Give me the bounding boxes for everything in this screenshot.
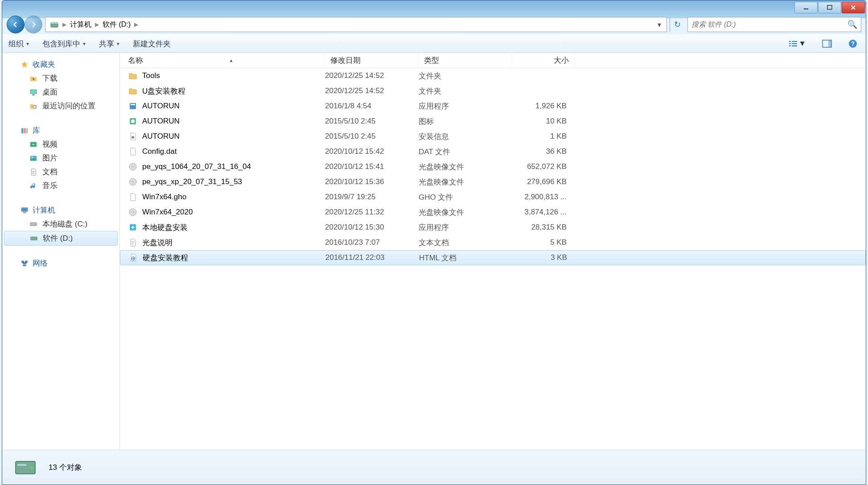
file-size: 10 KB [512, 117, 575, 126]
svg-rect-49 [17, 464, 26, 466]
sidebar-item-documents[interactable]: 文档 [2, 165, 119, 179]
desktop-icon [29, 88, 38, 97]
explorer-window: ▶ 计算机 ▶ 软件 (D:) ▶ ▾ ↻ 🔍 组织▼ 包含到库中▼ 共享▼ 新… [2, 0, 866, 485]
refresh-button[interactable]: ↻ [670, 17, 685, 32]
file-type: 光盘映像文件 [419, 177, 512, 187]
svg-rect-19 [24, 128, 26, 133]
sidebar-network-header[interactable]: 网络 [2, 256, 119, 270]
file-size: 5 KB [512, 238, 575, 247]
back-button[interactable] [7, 16, 25, 33]
file-row[interactable]: U盘安装教程2020/12/25 14:52文件夹 [120, 83, 866, 99]
svg-point-44 [132, 211, 134, 213]
file-name: Config.dat [142, 147, 177, 156]
breadcrumb-drive[interactable]: 软件 (D:) [100, 18, 133, 31]
search-icon[interactable]: 🔍 [847, 20, 857, 29]
file-type: HTML 文档 [419, 253, 513, 263]
file-type: 图标 [419, 116, 512, 127]
file-row[interactable]: Win7x64_20202020/12/25 11:32光盘映像文件3,874,… [120, 205, 866, 220]
column-header-size[interactable]: 大小 [512, 53, 575, 68]
file-row[interactable]: AUTORUN2015/5/10 2:45安装信息1 KB [120, 129, 866, 144]
svg-point-37 [131, 119, 135, 123]
file-row[interactable]: AUTORUN2016/1/8 4:54应用程序1,926 KB [120, 99, 866, 114]
svg-rect-15 [31, 90, 37, 93]
svg-point-30 [36, 238, 37, 239]
sidebar-item-recent[interactable]: 最近访问的位置 [2, 99, 119, 113]
status-bar: 13 个对象 [2, 450, 866, 485]
close-button[interactable] [842, 2, 865, 13]
titlebar[interactable] [2, 0, 866, 15]
sidebar-label: 最近访问的位置 [42, 101, 95, 111]
toolbar-share[interactable]: 共享▼ [99, 39, 120, 49]
breadcrumb-separator-icon: ▶ [94, 21, 100, 28]
file-row[interactable]: Tools2020/12/25 14:52文件夹 [120, 68, 866, 83]
toolbar-help-button[interactable]: ? [846, 37, 860, 50]
sidebar-item-local-c[interactable]: 本地磁盘 (C:) [2, 217, 119, 231]
file-row[interactable]: pe_yqs_xp_20_07_31_15_532020/10/12 15:36… [120, 174, 866, 189]
sidebar-label: 音乐 [42, 181, 58, 191]
pictures-icon [29, 154, 38, 163]
sidebar-favorites-header[interactable]: 收藏夹 [2, 58, 119, 71]
file-type: 安装信息 [419, 132, 512, 142]
status-text: 13 个对象 [49, 462, 82, 473]
sidebar-computer-header[interactable]: 计算机 [2, 203, 119, 217]
svg-rect-25 [22, 208, 28, 211]
minimize-button[interactable] [794, 2, 818, 13]
file-icon [128, 207, 138, 217]
svg-rect-33 [23, 264, 26, 266]
breadcrumb-separator-icon: ▶ [62, 21, 67, 28]
toolbar-preview-pane-button[interactable] [820, 37, 834, 50]
search-input[interactable] [691, 21, 847, 29]
file-date: 2016/1/8 4:54 [325, 102, 419, 111]
breadcrumb-computer[interactable]: 计算机 [67, 18, 94, 31]
sidebar-item-downloads[interactable]: 下载 [2, 71, 119, 85]
file-icon [128, 101, 138, 111]
file-icon [128, 177, 138, 187]
sidebar-item-videos[interactable]: 视频 [2, 137, 119, 151]
forward-button[interactable] [25, 16, 42, 33]
address-bar[interactable]: ▶ 计算机 ▶ 软件 (D:) ▶ ▾ [45, 17, 667, 32]
column-header-date[interactable]: 修改日期 [325, 53, 419, 68]
file-size: 2,900,813 ... [512, 193, 575, 201]
video-icon [29, 140, 38, 149]
sidebar-label: 视频 [42, 139, 58, 149]
sidebar-item-desktop[interactable]: 桌面 [2, 85, 119, 99]
sidebar-label: 文档 [42, 167, 58, 177]
drive-icon [29, 234, 38, 243]
file-row[interactable]: AUTORUN2015/5/10 2:45图标10 KB [120, 114, 866, 129]
file-size: 3,874,126 ... [512, 208, 575, 217]
svg-rect-9 [792, 45, 797, 46]
address-dropdown[interactable]: ▾ [654, 21, 665, 29]
file-date: 2020/10/12 15:30 [325, 223, 419, 232]
file-row[interactable]: Win7x64.gho2019/9/7 19:25GHO 文件2,900,813… [120, 189, 866, 205]
file-row[interactable]: 硬盘安装教程2016/11/21 22:03HTML 文档3 KB [120, 250, 866, 265]
file-row[interactable]: 本地硬盘安装2020/10/12 15:30应用程序28,315 KB [120, 220, 866, 235]
file-row[interactable]: 光盘说明2016/10/23 7:07文本文档5 KB [120, 235, 866, 250]
toolbar-view-button[interactable]: ▼ [787, 38, 808, 49]
toolbar-new-folder[interactable]: 新建文件夹 [133, 39, 171, 49]
sidebar-group-libraries: 库 视频 图片 文档 音乐 [2, 123, 119, 193]
file-name: 本地硬盘安装 [142, 222, 188, 233]
file-type: 文件夹 [419, 86, 512, 96]
file-list[interactable]: Tools2020/12/25 14:52文件夹U盘安装教程2020/12/25… [120, 68, 866, 450]
column-header-type[interactable]: 类型 [419, 53, 512, 68]
svg-point-42 [132, 181, 134, 183]
sidebar-item-music[interactable]: 音乐 [2, 179, 119, 193]
svg-rect-35 [131, 104, 135, 105]
downloads-icon [29, 74, 38, 83]
svg-rect-16 [32, 94, 34, 95]
sidebar-item-drive-d[interactable]: 软件 (D:) [4, 231, 118, 246]
maximize-button[interactable] [818, 2, 841, 13]
file-date: 2020/10/12 15:41 [325, 162, 419, 171]
sidebar-libraries-header[interactable]: 库 [2, 123, 119, 137]
column-header-name[interactable]: 名称 ▲ [120, 53, 325, 68]
toolbar-include-library[interactable]: 包含到库中▼ [42, 39, 86, 49]
search-box[interactable]: 🔍 [687, 17, 861, 32]
file-row[interactable]: pe_yqs_1064_20_07_31_16_042020/10/12 15:… [120, 159, 866, 174]
svg-rect-32 [25, 260, 28, 263]
column-headers: 名称 ▲ 修改日期 类型 大小 [120, 53, 866, 68]
sidebar-item-pictures[interactable]: 图片 [2, 151, 119, 165]
file-row[interactable]: Config.dat2020/10/12 15:42DAT 文件36 KB [120, 144, 866, 159]
toolbar-organize[interactable]: 组织▼ [8, 39, 30, 49]
sidebar-label: 图片 [42, 153, 58, 163]
breadcrumb-root-icon[interactable] [47, 18, 62, 31]
